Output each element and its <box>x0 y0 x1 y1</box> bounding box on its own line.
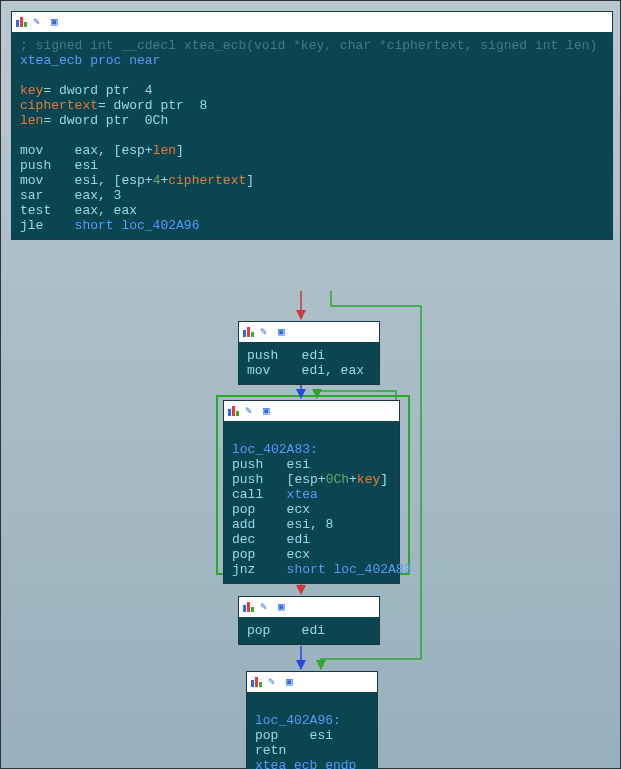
node-pop-edi[interactable]: pop edi <box>238 596 380 645</box>
asm-line: pop esi <box>255 728 333 743</box>
var-name: len <box>20 113 43 128</box>
asm-text: jnz <box>232 562 287 577</box>
asm-line: test eax, eax <box>20 203 137 218</box>
asm-text: ] <box>246 173 254 188</box>
asm-line: xtea_ecb proc near <box>20 53 160 68</box>
node-setup-loop[interactable]: push edi mov edi, eax <box>238 321 380 385</box>
asm-line: pop edi <box>247 623 325 638</box>
asm-text: mov eax, [esp+ <box>20 143 153 158</box>
edit-icon[interactable] <box>260 601 274 613</box>
node-body: loc_402A96: pop esi retn xtea_ecb endp <box>247 692 377 769</box>
asm-text: = dword ptr 0Ch <box>43 113 168 128</box>
view-icon[interactable] <box>278 326 292 338</box>
node-titlebar <box>224 401 399 421</box>
asm-text: key <box>357 472 380 487</box>
edit-icon[interactable] <box>260 326 274 338</box>
asm-text: jle <box>20 218 75 233</box>
asm-text: ] <box>176 143 184 158</box>
asm-text: = dword ptr 4 <box>43 83 152 98</box>
asm-text: call <box>232 487 287 502</box>
edit-icon[interactable] <box>268 676 282 688</box>
asm-line: push esi <box>232 457 310 472</box>
asm-line: sar eax, 3 <box>20 188 121 203</box>
asm-text: = dword ptr 8 <box>98 98 207 113</box>
node-prologue[interactable]: ; signed int __cdecl xtea_ecb(void *key,… <box>11 11 613 240</box>
asm-text: ciphertext <box>168 173 246 188</box>
node-titlebar <box>239 322 379 342</box>
node-body: pop edi <box>239 617 379 644</box>
asm-text: 0Ch <box>326 472 349 487</box>
node-epilogue[interactable]: loc_402A96: pop esi retn xtea_ecb endp <box>246 671 378 769</box>
asm-text: short loc_402A83 <box>287 562 412 577</box>
node-body: push edi mov edi, eax <box>239 342 379 384</box>
asm-line: pop ecx <box>232 502 310 517</box>
chart-icon[interactable] <box>227 405 241 417</box>
asm-line: ; signed int __cdecl xtea_ecb(void *key,… <box>20 38 597 53</box>
var-name: ciphertext <box>20 98 98 113</box>
view-icon[interactable] <box>286 676 300 688</box>
node-titlebar <box>12 12 612 32</box>
asm-text: len <box>153 143 176 158</box>
view-icon[interactable] <box>263 405 277 417</box>
asm-line: mov edi, eax <box>247 363 364 378</box>
view-icon[interactable] <box>51 16 65 28</box>
asm-text: ] <box>380 472 388 487</box>
asm-line: xtea_ecb endp <box>255 758 356 769</box>
node-body: loc_402A83: push esi push [esp+0Ch+key] … <box>224 421 399 583</box>
node-titlebar <box>239 597 379 617</box>
asm-line: pop ecx <box>232 547 310 562</box>
asm-label: loc_402A96: <box>255 713 341 728</box>
view-icon[interactable] <box>278 601 292 613</box>
asm-line: dec edi <box>232 532 310 547</box>
asm-text: mov esi, [esp+ <box>20 173 153 188</box>
graph-canvas: { "nodes": { "n0": { "sig": "; signed in… <box>0 0 621 769</box>
asm-text: short loc_402A96 <box>75 218 200 233</box>
asm-label: loc_402A83: <box>232 442 318 457</box>
chart-icon[interactable] <box>242 326 256 338</box>
chart-icon[interactable] <box>15 16 29 28</box>
asm-line: push esi <box>20 158 98 173</box>
edit-icon[interactable] <box>245 405 259 417</box>
asm-text: push [esp+ <box>232 472 326 487</box>
edit-icon[interactable] <box>33 16 47 28</box>
asm-line: add esi, 8 <box>232 517 333 532</box>
asm-line: push edi <box>247 348 325 363</box>
asm-text: xtea <box>287 487 318 502</box>
chart-icon[interactable] <box>242 601 256 613</box>
node-loop-body[interactable]: loc_402A83: push esi push [esp+0Ch+key] … <box>223 400 400 584</box>
chart-icon[interactable] <box>250 676 264 688</box>
asm-text: + <box>349 472 357 487</box>
node-body: ; signed int __cdecl xtea_ecb(void *key,… <box>12 32 612 239</box>
var-name: key <box>20 83 43 98</box>
asm-line: retn <box>255 743 286 758</box>
node-titlebar <box>247 672 377 692</box>
